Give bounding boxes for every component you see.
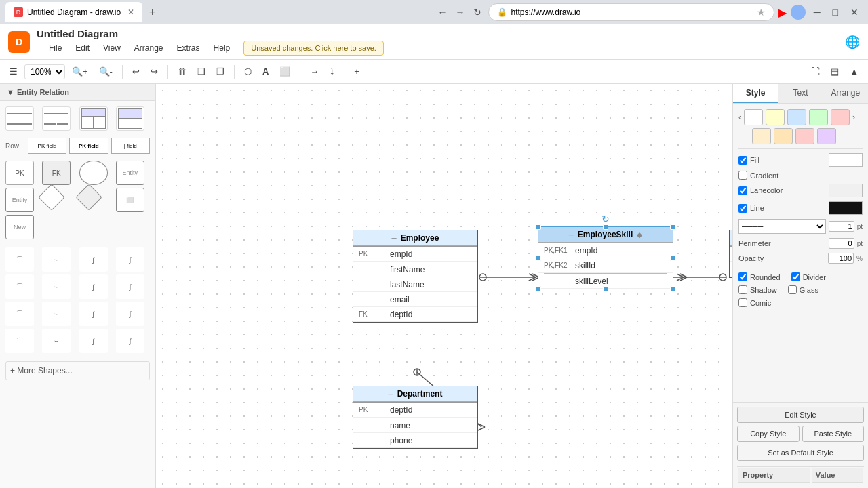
rounded-checkbox[interactable]: [738, 272, 747, 281]
minimize-button[interactable]: ─: [810, 5, 825, 19]
fill-checkbox[interactable]: [738, 156, 747, 165]
insert-button[interactable]: +: [350, 64, 363, 79]
tab-close-button[interactable]: ✕: [127, 7, 134, 17]
er-table-employeeskill[interactable]: ↻ ─ EmployeeSkill ◆ PK,FK1 empId PK,FK2 …: [538, 226, 673, 289]
color-prev-button[interactable]: ‹: [738, 113, 741, 122]
color-swatch-lavender[interactable]: [817, 128, 836, 144]
menu-arrange[interactable]: Arrange: [129, 41, 169, 56]
format-panel-button[interactable]: ▤: [827, 64, 843, 79]
set-default-style-button[interactable]: Set as Default Style: [737, 445, 864, 461]
shape-item[interactable]: [5, 106, 34, 131]
comic-checkbox[interactable]: [738, 298, 747, 307]
curve-shape[interactable]: ⌒: [5, 274, 34, 299]
curve-shape[interactable]: ∫: [79, 329, 108, 353]
shape-item[interactable]: PK: [5, 161, 34, 185]
divider-checkbox[interactable]: [791, 272, 800, 281]
menu-help[interactable]: Help: [208, 41, 236, 56]
curve-shape[interactable]: ⌒: [5, 247, 34, 272]
shape-item[interactable]: Entity: [5, 188, 34, 212]
shadow-checkbox[interactable]: [738, 285, 747, 294]
paste-button[interactable]: ❐: [212, 64, 229, 79]
reload-button[interactable]: ↻: [471, 5, 484, 19]
row-shape[interactable]: PK field: [69, 138, 108, 154]
color-swatch-peach[interactable]: [774, 128, 793, 144]
close-window-button[interactable]: ✕: [846, 5, 863, 19]
er-table-department[interactable]: ─ Department PK deptId name phone: [353, 386, 478, 449]
canvas-area[interactable]: ─ Employee PK empId firstName lastName e…: [156, 84, 732, 488]
sidebar-toggle-button[interactable]: ☰: [5, 64, 22, 79]
curve-shape[interactable]: ∫: [79, 274, 108, 299]
more-shapes-button[interactable]: + More Shapes...: [5, 361, 150, 380]
connector-button[interactable]: →: [306, 64, 323, 79]
address-bar[interactable]: 🔒 https://www.draw.io ★: [488, 3, 774, 21]
curve-shape[interactable]: ∫: [116, 302, 144, 326]
color-swatch-pink[interactable]: [831, 109, 850, 125]
new-tab-button[interactable]: +: [146, 6, 158, 18]
undo-button[interactable]: ↩: [128, 64, 144, 79]
shape-item[interactable]: ⬜: [116, 188, 144, 212]
copy-button[interactable]: ❏: [193, 64, 210, 79]
copy-style-button[interactable]: Copy Style: [737, 426, 800, 442]
tab-text[interactable]: Text: [778, 84, 823, 103]
shape-item[interactable]: [79, 161, 108, 185]
unsaved-changes-button[interactable]: Unsaved changes. Click here to save.: [243, 41, 384, 56]
paste-style-button[interactable]: Paste Style: [802, 426, 865, 442]
glass-checkbox[interactable]: [788, 285, 797, 294]
color-swatch-blue[interactable]: [787, 109, 806, 125]
row-shape[interactable]: PK field: [28, 138, 66, 154]
curve-shape[interactable]: ∫: [79, 302, 108, 326]
lanecolor-box[interactable]: [829, 184, 863, 197]
line-width-input[interactable]: [829, 221, 854, 232]
menu-view[interactable]: View: [98, 41, 126, 56]
curve-shape[interactable]: ⌣: [42, 274, 71, 299]
lanecolor-checkbox[interactable]: [738, 186, 747, 195]
color-swatch-green[interactable]: [809, 109, 828, 125]
color-swatch-salmon[interactable]: [795, 128, 814, 144]
er-table-employee[interactable]: ─ Employee PK empId firstName lastName e…: [353, 230, 478, 323]
line-checkbox[interactable]: [738, 204, 747, 213]
rotate-handle[interactable]: ↻: [601, 214, 610, 224]
shape-item[interactable]: [42, 106, 71, 131]
opacity-input[interactable]: [828, 253, 854, 264]
menu-extras[interactable]: Extras: [172, 41, 205, 56]
fullscreen-button[interactable]: ⛶: [807, 64, 824, 79]
format-button[interactable]: ⬡: [240, 64, 256, 79]
tab-arrange[interactable]: Arrange: [823, 84, 868, 103]
menu-file[interactable]: File: [43, 41, 67, 56]
shape-item[interactable]: Entity: [116, 161, 144, 185]
curve-shape[interactable]: ⌣: [42, 329, 71, 353]
curve-shape[interactable]: ⌣: [42, 302, 71, 326]
zoom-in-button[interactable]: 🔍+: [68, 64, 92, 79]
shape-item[interactable]: [79, 106, 108, 131]
shape-item[interactable]: New: [5, 215, 34, 239]
line-color-box[interactable]: [829, 201, 863, 215]
perimeter-input[interactable]: [829, 238, 854, 249]
delete-button[interactable]: 🗑: [174, 64, 191, 79]
curve-shape[interactable]: ⌒: [5, 302, 34, 326]
shape-button[interactable]: ⬜: [275, 64, 294, 79]
er-table-skill[interactable]: ─ Skill PK skillId skillDescription: [729, 230, 732, 278]
back-button[interactable]: ←: [435, 5, 450, 19]
row-shape[interactable]: | field: [111, 138, 150, 154]
shape-item[interactable]: [38, 184, 65, 211]
menu-edit[interactable]: Edit: [70, 41, 95, 56]
color-swatch-orange[interactable]: [752, 128, 771, 144]
line-style-select[interactable]: ──── - - - · · ·: [738, 219, 826, 234]
curve-shape[interactable]: ∫: [79, 247, 108, 272]
curve-shape[interactable]: ⌣: [42, 247, 71, 272]
curve-shape[interactable]: ∫: [116, 274, 144, 299]
browser-tab[interactable]: D Untitled Diagram - draw.io ✕: [5, 2, 142, 22]
text-button[interactable]: A: [258, 64, 273, 79]
collapse-button[interactable]: ▲: [846, 64, 863, 79]
shape-item[interactable]: FK: [42, 161, 71, 185]
curve-shape[interactable]: ⌒: [5, 329, 34, 353]
zoom-select[interactable]: 100% 75% 150%: [24, 64, 65, 79]
color-next-button[interactable]: ›: [852, 113, 855, 122]
shape-item[interactable]: [75, 184, 102, 211]
fill-color-box[interactable]: [829, 153, 863, 167]
curve-shape[interactable]: ∫: [116, 329, 144, 353]
curve-shape[interactable]: ∫: [116, 247, 144, 272]
color-swatch-white[interactable]: [744, 109, 763, 125]
shape-item[interactable]: [116, 106, 144, 131]
tab-style[interactable]: Style: [733, 84, 778, 103]
